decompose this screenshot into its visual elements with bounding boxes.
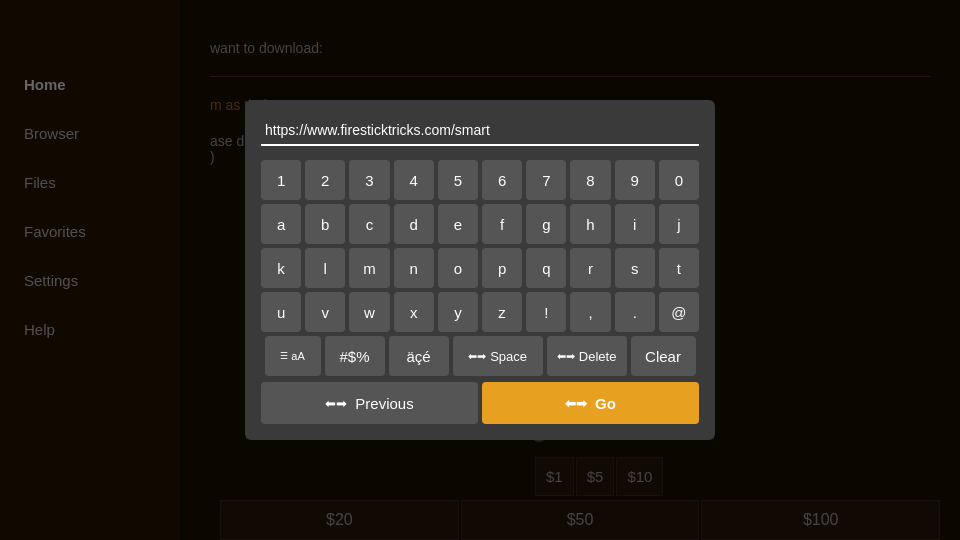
- key-symbols[interactable]: #$%: [325, 336, 385, 376]
- key-o[interactable]: o: [438, 248, 478, 288]
- key-q[interactable]: q: [526, 248, 566, 288]
- key-s[interactable]: s: [615, 248, 655, 288]
- key-z[interactable]: z: [482, 292, 522, 332]
- key-4[interactable]: 4: [394, 160, 434, 200]
- key-x[interactable]: x: [394, 292, 434, 332]
- key-clear[interactable]: Clear: [631, 336, 696, 376]
- key-e[interactable]: e: [438, 204, 478, 244]
- key-r[interactable]: r: [570, 248, 610, 288]
- key-9[interactable]: 9: [615, 160, 655, 200]
- previous-icon: ⬅➡: [325, 396, 347, 411]
- key-period[interactable]: .: [615, 292, 655, 332]
- key-accents[interactable]: äçé: [389, 336, 449, 376]
- key-2[interactable]: 2: [305, 160, 345, 200]
- key-w[interactable]: w: [349, 292, 389, 332]
- key-0[interactable]: 0: [659, 160, 699, 200]
- key-i[interactable]: i: [615, 204, 655, 244]
- go-button[interactable]: ⬅➡ Go: [482, 382, 699, 424]
- key-8[interactable]: 8: [570, 160, 610, 200]
- keyboard-dialog: https://www.firesticktricks.com/smart 1 …: [245, 100, 715, 440]
- url-display: https://www.firesticktricks.com/smart: [261, 116, 699, 146]
- key-1[interactable]: 1: [261, 160, 301, 200]
- key-h[interactable]: h: [570, 204, 610, 244]
- key-at[interactable]: @: [659, 292, 699, 332]
- key-l[interactable]: l: [305, 248, 345, 288]
- key-b[interactable]: b: [305, 204, 345, 244]
- key-space[interactable]: ⬅➡ Space: [453, 336, 543, 376]
- key-y[interactable]: y: [438, 292, 478, 332]
- key-k[interactable]: k: [261, 248, 301, 288]
- key-7[interactable]: 7: [526, 160, 566, 200]
- number-row: 1 2 3 4 5 6 7 8 9 0: [261, 160, 699, 200]
- alpha-row3: u v w x y z ! , . @: [261, 292, 699, 332]
- alpha-row2: k l m n o p q r s t: [261, 248, 699, 288]
- key-a[interactable]: a: [261, 204, 301, 244]
- alpha-row1: a b c d e f g h i j: [261, 204, 699, 244]
- key-v[interactable]: v: [305, 292, 345, 332]
- key-5[interactable]: 5: [438, 160, 478, 200]
- key-j[interactable]: j: [659, 204, 699, 244]
- previous-button[interactable]: ⬅➡ Previous: [261, 382, 478, 424]
- key-exclaim[interactable]: !: [526, 292, 566, 332]
- action-row: ⬅➡ Previous ⬅➡ Go: [261, 382, 699, 424]
- key-g[interactable]: g: [526, 204, 566, 244]
- keyboard: 1 2 3 4 5 6 7 8 9 0 a b c d e f g h: [261, 160, 699, 376]
- key-6[interactable]: 6: [482, 160, 522, 200]
- key-3[interactable]: 3: [349, 160, 389, 200]
- key-f[interactable]: f: [482, 204, 522, 244]
- go-icon: ⬅➡: [565, 396, 587, 411]
- key-n[interactable]: n: [394, 248, 434, 288]
- keyboard-overlay: https://www.firesticktricks.com/smart 1 …: [0, 0, 960, 540]
- key-t[interactable]: t: [659, 248, 699, 288]
- key-comma[interactable]: ,: [570, 292, 610, 332]
- key-delete[interactable]: ⬅➡ Delete: [547, 336, 627, 376]
- key-c[interactable]: c: [349, 204, 389, 244]
- key-d[interactable]: d: [394, 204, 434, 244]
- key-mode-toggle[interactable]: ☰ aA: [265, 336, 321, 376]
- special-row: ☰ aA #$% äçé ⬅➡ Space ⬅➡ Delete Clear: [261, 336, 699, 376]
- key-p[interactable]: p: [482, 248, 522, 288]
- key-u[interactable]: u: [261, 292, 301, 332]
- key-m[interactable]: m: [349, 248, 389, 288]
